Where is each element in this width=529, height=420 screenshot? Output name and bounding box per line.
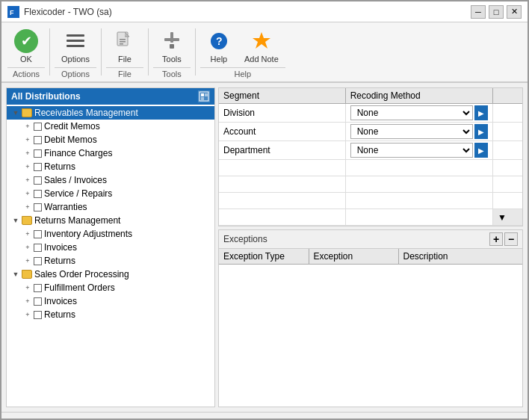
- tree-header: All Distributions: [7, 88, 214, 105]
- scroll-cell-2: [493, 123, 522, 141]
- check-debit-memos[interactable]: [34, 136, 42, 144]
- add-exception-button[interactable]: +: [489, 232, 503, 246]
- table-row: Department NoneReplaceOffsetMap ▶: [219, 141, 522, 160]
- tools-icon: [160, 29, 184, 53]
- separator-3: [148, 28, 149, 75]
- tree-item-sales-invoices[interactable]: + Sales / Invoices: [7, 173, 214, 187]
- check-invoices[interactable]: [34, 244, 42, 252]
- help-button[interactable]: ? Help: [200, 25, 238, 67]
- tree-item-returns3[interactable]: + Returns: [7, 308, 214, 321]
- add-note-button[interactable]: Add Note: [238, 25, 285, 67]
- segment-department: Department: [219, 141, 345, 160]
- ok-button[interactable]: ✔ OK: [7, 25, 45, 67]
- tree-label-inventory-adj: Inventory Adjustments: [44, 229, 132, 239]
- tree-item-fulfillment[interactable]: + Fulfillment Orders: [7, 281, 214, 294]
- expand-invoices2[interactable]: +: [22, 295, 34, 307]
- check-sales-invoices[interactable]: [34, 176, 42, 185]
- expand-finance-charges[interactable]: +: [22, 147, 34, 159]
- expand-returns-mgmt[interactable]: ▼: [10, 214, 22, 226]
- tree-label-invoices: Invoices: [44, 242, 77, 253]
- method-department[interactable]: NoneReplaceOffsetMap ▶: [345, 141, 492, 160]
- expand-returns[interactable]: +: [22, 161, 34, 173]
- method-division[interactable]: NoneReplaceOffsetMap ▶: [345, 104, 492, 123]
- method-account[interactable]: NoneReplaceOffsetMap ▶: [345, 123, 492, 141]
- actions-section-label: Actions: [7, 67, 45, 78]
- scrollbar-header: [493, 88, 522, 104]
- check-inventory-adj[interactable]: [34, 230, 42, 238]
- ok-icon: ✔: [14, 29, 38, 53]
- expand-warranties[interactable]: +: [22, 201, 34, 213]
- tools-button[interactable]: Tools: [153, 25, 191, 67]
- toolbar-section-help: ? Help Add Note help: [200, 25, 285, 78]
- expand-returns3[interactable]: +: [22, 309, 34, 321]
- tree-label-returns3: Returns: [44, 309, 75, 320]
- status-bar: [1, 412, 528, 420]
- expand-credit-memos[interactable]: +: [22, 120, 34, 132]
- tree-item-invoices[interactable]: + Invoices: [7, 241, 214, 254]
- division-dropdown[interactable]: NoneReplaceOffsetMap: [350, 105, 473, 120]
- tree-item-returns2[interactable]: + Returns: [7, 254, 214, 268]
- scrollbar-down[interactable]: ▼: [493, 209, 522, 226]
- check-service-repairs[interactable]: [34, 190, 42, 198]
- check-credit-memos[interactable]: [34, 123, 42, 131]
- expand-returns2[interactable]: +: [22, 255, 34, 267]
- folder-returns-mgmt: [22, 216, 32, 225]
- maximize-button[interactable]: □: [489, 5, 504, 19]
- tree-item-returns[interactable]: + Returns: [7, 160, 214, 173]
- tree-item-invoices2[interactable]: + Invoices: [7, 294, 214, 308]
- expand-sales-invoices[interactable]: +: [22, 174, 34, 186]
- remove-exception-button[interactable]: −: [504, 232, 518, 246]
- department-dropdown[interactable]: NoneReplaceOffsetMap: [350, 143, 473, 158]
- toolbar-section-actions: ✔ OK Actions: [7, 25, 45, 78]
- tree-label-credit-memos: Credit Memos: [44, 121, 100, 132]
- check-warranties[interactable]: [34, 203, 42, 211]
- expand-fulfillment[interactable]: +: [22, 282, 34, 294]
- svg-marker-14: [253, 32, 270, 49]
- check-finance-charges[interactable]: [34, 149, 42, 158]
- check-returns[interactable]: [34, 163, 42, 171]
- help-section-label: help: [200, 67, 285, 78]
- minimize-button[interactable]: ─: [471, 5, 486, 19]
- department-arrow-btn[interactable]: ▶: [474, 143, 488, 158]
- tools-label: Tools: [162, 55, 182, 64]
- svg-rect-8: [120, 43, 123, 45]
- toolbar-section-file: File File: [106, 25, 143, 78]
- division-arrow-btn[interactable]: ▶: [474, 105, 488, 120]
- check-invoices2[interactable]: [34, 297, 42, 306]
- close-button[interactable]: ✕: [507, 5, 522, 19]
- check-fulfillment[interactable]: [34, 284, 42, 292]
- tree-item-debit-memos[interactable]: + Debit Memos: [7, 133, 214, 146]
- tree-header-icon: [198, 90, 210, 102]
- table-row: Account NoneReplaceOffsetMap ▶: [219, 123, 522, 141]
- tree-item-finance-charges[interactable]: + Finance Charges: [7, 146, 214, 160]
- expand-debit-memos[interactable]: +: [22, 134, 34, 146]
- options-button[interactable]: Options: [55, 25, 96, 67]
- check-returns3[interactable]: [34, 311, 42, 319]
- scroll-cell-3: [493, 141, 522, 160]
- tree-item-service-repairs[interactable]: + Service / Repairs: [7, 187, 214, 200]
- separator-1: [49, 28, 50, 75]
- expand-sales-order[interactable]: ▼: [10, 268, 22, 280]
- expand-service-repairs[interactable]: +: [22, 188, 34, 200]
- tree-label-sales-order: Sales Order Processing: [34, 269, 129, 280]
- add-note-icon: [250, 29, 273, 53]
- svg-rect-18: [201, 97, 204, 100]
- file-button[interactable]: File: [106, 25, 143, 67]
- table-row: Division NoneReplaceOffsetMap ▶: [219, 104, 522, 123]
- expand-receivables[interactable]: ▼: [10, 107, 22, 119]
- tree-item-returns-mgmt[interactable]: ▼ Returns Management: [7, 214, 214, 227]
- svg-rect-10: [164, 38, 179, 41]
- separator-2: [101, 28, 102, 75]
- expand-invoices[interactable]: +: [22, 241, 34, 253]
- tree-item-sales-order[interactable]: ▼ Sales Order Processing: [7, 268, 214, 281]
- account-dropdown[interactable]: NoneReplaceOffsetMap: [350, 124, 473, 139]
- account-arrow-btn[interactable]: ▶: [474, 124, 488, 139]
- tree-item-inventory-adj[interactable]: + Inventory Adjustments: [7, 227, 214, 241]
- folder-receivables: [22, 108, 32, 117]
- segment-division: Division: [219, 104, 345, 123]
- check-returns2[interactable]: [34, 257, 42, 265]
- tree-item-receivables[interactable]: ▼ Receivables Management: [7, 106, 214, 120]
- tree-item-warranties[interactable]: + Warranties: [7, 200, 214, 214]
- tree-item-credit-memos[interactable]: + Credit Memos: [7, 120, 214, 133]
- expand-inventory-adj[interactable]: +: [22, 228, 34, 240]
